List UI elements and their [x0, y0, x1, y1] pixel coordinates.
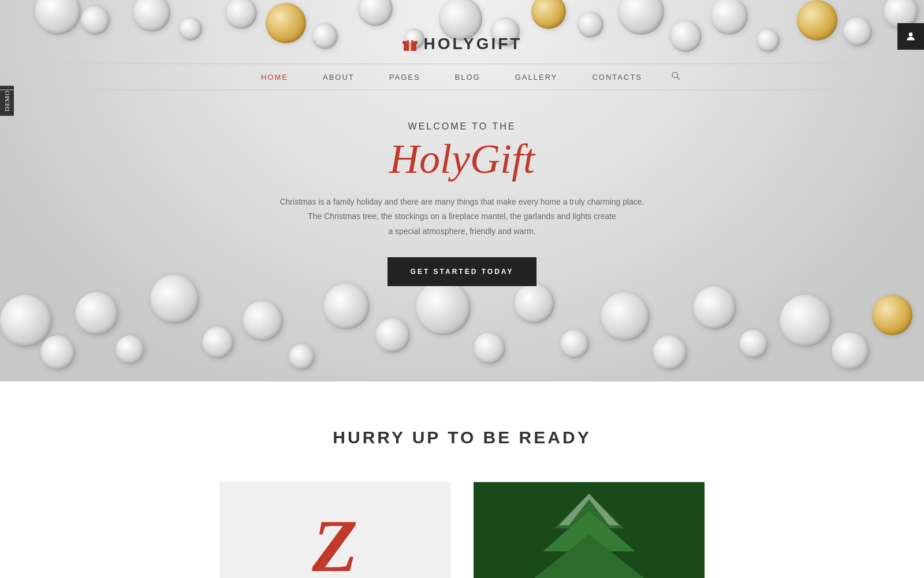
nav-about[interactable]: ABOUT — [305, 73, 372, 81]
card-1-image: Z — [219, 482, 450, 578]
cta-button[interactable]: GET STARTED TODAY — [388, 257, 537, 286]
logo-area: HOLYGIFT — [402, 35, 523, 53]
hero-description: Christmas is a family holiday and there … — [260, 195, 664, 239]
z-letter-icon: Z — [312, 508, 357, 578]
nav-contacts[interactable]: CONTACTS — [575, 73, 660, 81]
logo-text: HOLYGIFT — [424, 35, 523, 53]
hero-section: DEMO HOLYGIFT HOME ABOUT PAGES BLOG GALL… — [0, 0, 924, 381]
card-item-1: Z — [219, 482, 450, 578]
nav-blog[interactable]: BLOG — [438, 73, 498, 81]
nav-gallery[interactable]: GALLERY — [498, 73, 575, 81]
svg-point-0 — [909, 32, 913, 36]
cards-row: Z — [0, 482, 924, 578]
svg-line-6 — [677, 77, 680, 80]
svg-point-5 — [672, 72, 677, 77]
nav-pages[interactable]: PAGES — [372, 73, 438, 81]
svg-rect-3 — [409, 41, 411, 51]
user-icon — [905, 31, 916, 42]
logo-gift-icon — [402, 36, 418, 52]
pine-tree-illustration — [474, 482, 705, 578]
section-title: HURRY UP TO BE READY — [0, 428, 924, 447]
welcome-text: WELCOME TO THE — [260, 121, 664, 132]
svg-point-4 — [409, 40, 411, 42]
card-2-image — [474, 482, 705, 578]
nav-home[interactable]: HOME — [244, 73, 305, 81]
card-item-2 — [474, 482, 705, 578]
user-account-button[interactable] — [897, 23, 924, 50]
search-icon[interactable] — [671, 71, 680, 83]
main-navigation: HOME ABOUT PAGES BLOG GALLERY CONTACTS — [0, 64, 924, 90]
below-fold-section: HURRY UP TO BE READY Z — [0, 381, 924, 578]
site-header: HOLYGIFT HOME ABOUT PAGES BLOG GALLERY C… — [0, 0, 924, 90]
tree-background — [474, 482, 705, 578]
hero-content: WELCOME TO THE HolyGift Christmas is a f… — [260, 121, 664, 286]
brand-script-text: HolyGift — [260, 136, 664, 182]
